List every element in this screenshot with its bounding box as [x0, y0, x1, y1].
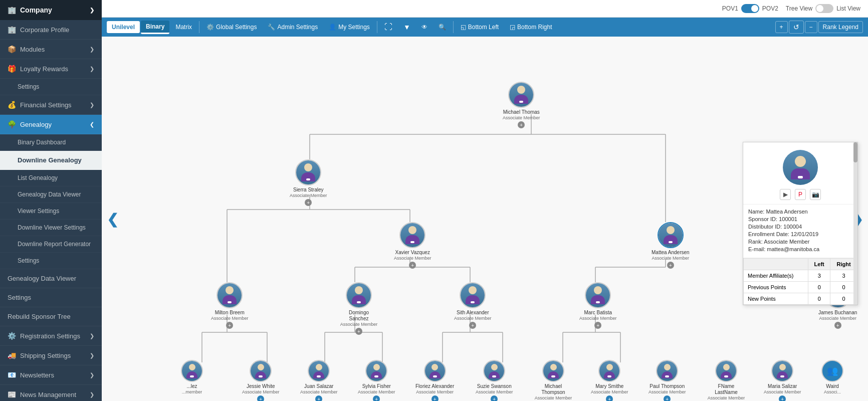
node-suzie-swanson[interactable]: Suzie Swanson Associate Member + [476, 360, 513, 401]
sidebar-item-financial[interactable]: 💰 Financial Settings ❯ [0, 95, 102, 115]
node-plus-suzie-swanson[interactable]: + [491, 395, 498, 401]
company-label: Company [20, 6, 52, 14]
btn-fullscreen[interactable]: ⛶ [379, 20, 397, 34]
node-plus-sith-alexander[interactable]: + [469, 322, 476, 329]
node-marc-batista[interactable]: Marc Batista Associate Member + [579, 282, 617, 329]
node-plus-james-buchanan[interactable]: + [834, 322, 841, 329]
instagram-icon[interactable]: 📷 [810, 189, 821, 200]
sidebar-item-rebuild-sponsor-tree[interactable]: Rebuild Sponsor Tree [0, 307, 102, 326]
btn-refresh[interactable]: ↺ [789, 21, 804, 34]
popup-email-value: mattea@manitoba.ca [767, 246, 819, 252]
node-mattea-andersen[interactable]: Mattea Andersen Associate Member + [652, 222, 690, 269]
shipping-chevron: ❯ [90, 352, 94, 359]
node-partial-left[interactable]: ...lez ...member [181, 360, 203, 394]
btn-search[interactable]: 🔍 [433, 21, 451, 33]
btn-zoom-out[interactable]: − [805, 21, 817, 33]
sidebar-item-settings-g[interactable]: Settings [0, 253, 102, 269]
sidebar-label-genealogy-data-viewer-2: Genealogy Data Viewer [8, 275, 76, 282]
popup-scrollbar[interactable] [853, 142, 857, 305]
node-plus-sylvia-fisher[interactable]: + [373, 395, 380, 401]
btn-bottom-right[interactable]: ◲ Bottom Right [505, 21, 557, 33]
btn-eye[interactable]: 👁 [416, 21, 432, 33]
sidebar-item-binary-dashboard[interactable]: Binary Dashboard [0, 134, 102, 151]
sidebar-item-downline-report-generator[interactable]: Downline Report Generator [0, 236, 102, 253]
node-juan-salazar[interactable]: Juan Salazar Associate Member + [300, 360, 338, 401]
tab-unilevel-label: Unilevel [112, 24, 135, 31]
node-rank-jessie-white: Associate Member [242, 389, 280, 394]
sidebar-item-genealogy-data-viewer-2[interactable]: Genealogy Data Viewer [0, 269, 102, 288]
sidebar-item-downline-viewer-settings[interactable]: Downline Viewer Settings [0, 220, 102, 236]
pov2-label: POV2 [762, 5, 778, 12]
sidebar-item-settings-2[interactable]: Settings [0, 288, 102, 307]
node-plus-sierra-straley[interactable]: + [305, 199, 312, 206]
node-plus-domingo-sanchez[interactable]: + [355, 328, 362, 335]
btn-filter[interactable]: ▼ [398, 21, 415, 34]
sidebar-company-header[interactable]: 🏢 Company ❯ [0, 0, 102, 20]
node-michael-thompson[interactable]: Michael Thompson Associate Member + [533, 360, 573, 401]
node-michael-thomas[interactable]: Michael Thomas Associate Member + [503, 82, 540, 128]
node-plus-floriez-alexander[interactable]: + [431, 395, 439, 401]
node-plus-maria-salizar[interactable]: + [779, 395, 786, 401]
pov-toggle[interactable] [741, 4, 759, 13]
node-domingo-sanchez[interactable]: Domingo Sanchez Associate Member + [339, 282, 379, 335]
node-plus-milton-breem[interactable]: + [226, 322, 233, 329]
node-paul-thompson[interactable]: Paul Thompson Associate Member + [648, 360, 686, 401]
btn-global-settings[interactable]: ⚙️ Global Settings [201, 21, 262, 33]
sidebar-item-list-genealogy[interactable]: List Genealogy [0, 170, 102, 186]
sidebar-item-newsletters[interactable]: 📧 Newsletters ❯ [0, 365, 102, 385]
node-mary-smithe[interactable]: Mary Smithe Associate Member + [591, 360, 628, 401]
node-sylvia-fisher[interactable]: Sylvia Fisher Associate Member + [358, 360, 395, 401]
sidebar-item-genealogy-data-viewer[interactable]: Genealogy Data Viewer [0, 186, 102, 203]
financial-icon: 💰 [8, 101, 16, 109]
reg-icon: ⚙️ [8, 332, 16, 340]
node-plus-xavier-vazquez[interactable]: + [409, 262, 416, 269]
btn-rank-legend[interactable]: Rank Legend [818, 21, 863, 33]
node-floriez-alexander[interactable]: Floriez Alexander Associate Member + [415, 360, 454, 401]
sidebar-item-shipping-settings[interactable]: 🚚 Shipping Settings ❯ [0, 346, 102, 365]
node-rank-james-buchanan: Associate Member [818, 316, 857, 321]
btn-my-settings[interactable]: 👤 My Settings [324, 21, 375, 33]
news-chevron: ❯ [90, 391, 94, 398]
sidebar-item-downline-genealogy[interactable]: Downline Genealogy [0, 151, 102, 170]
sidebar-item-viewer-settings[interactable]: Viewer Settings [0, 203, 102, 220]
btn-bottom-left[interactable]: ◱ Bottom Left [456, 21, 504, 33]
sidebar-item-genealogy[interactable]: 🌳 Genealogy ❮ [0, 115, 102, 134]
node-plus-jessie-white[interactable]: + [257, 395, 264, 401]
node-xavier-vazquez[interactable]: Xavier Vazquez Associate Member + [394, 222, 431, 269]
node-plus-michael-thomas[interactable]: + [518, 121, 525, 128]
sidebar-item-modules[interactable]: 📦 Modules ❯ [0, 40, 102, 59]
node-plus-paul-thompson[interactable]: + [664, 395, 671, 401]
node-milton-breem[interactable]: Milton Breem Associate Member + [211, 282, 249, 329]
tab-matrix[interactable]: Matrix [170, 21, 197, 33]
node-waird[interactable]: 👥 Waird Associ... [821, 360, 843, 394]
sidebar-item-corporate-profile[interactable]: 🏢 Corporate Profile [0, 20, 102, 40]
nav-arrow-left[interactable]: ❮ [107, 211, 118, 227]
tab-unilevel[interactable]: Unilevel [107, 21, 140, 33]
youtube-icon[interactable]: ▶ [780, 189, 791, 200]
node-jessie-white[interactable]: Jessie White Associate Member + [242, 360, 280, 401]
view-toggle[interactable] [815, 4, 833, 13]
pinterest-icon[interactable]: P [795, 189, 806, 200]
toolbar-separator-3 [453, 21, 454, 33]
sidebar-item-news-management[interactable]: 📰 News Management ❯ [0, 385, 102, 401]
node-maria-salizar[interactable]: Maria Salizar Associate Member + [764, 360, 801, 401]
node-plus-juan-salazar[interactable]: + [315, 395, 322, 401]
tab-binary[interactable]: Binary [141, 21, 169, 34]
btn-bottom-left-label: Bottom Left [468, 24, 499, 31]
node-fname-lastname[interactable]: FName LastName Associate Member + [706, 360, 746, 401]
node-plus-mary-smithe[interactable]: + [606, 395, 613, 401]
sidebar-item-loyalty-rewards[interactable]: 🎁 Loyalty Rewards ❯ [0, 59, 102, 79]
node-plus-mattea-andersen[interactable]: + [667, 262, 674, 269]
popup-sponsor-id: Sponsor ID: 100001 [748, 216, 852, 222]
node-name-marc-batista: Marc Batista [579, 310, 617, 316]
node-sierra-straley[interactable]: Sierra Straley Associate Member + [290, 159, 327, 206]
btn-admin-settings[interactable]: 🔧 Admin Settings [263, 21, 323, 33]
company-icon: 🏢 [8, 6, 16, 14]
node-name-michael-thompson: Michael Thompson [533, 383, 573, 395]
btn-zoom-in[interactable]: + [775, 21, 788, 33]
node-sith-alexander[interactable]: Sith Alexander Associate Member + [454, 282, 492, 329]
node-plus-marc-batista[interactable]: + [594, 322, 601, 329]
sidebar-item-settings-lr[interactable]: Settings [0, 79, 102, 95]
sidebar-item-registration-settings[interactable]: ⚙️ Registration Settings ❯ [0, 326, 102, 346]
tree-view-label: Tree View [786, 5, 812, 12]
